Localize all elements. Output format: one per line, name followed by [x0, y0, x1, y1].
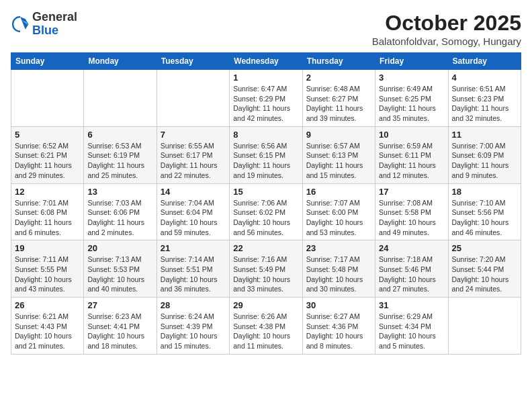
day-number: 23	[306, 243, 371, 253]
day-number: 19	[15, 243, 80, 253]
week-row-4: 19Sunrise: 7:11 AM Sunset: 5:55 PM Dayli…	[11, 240, 521, 298]
day-cell	[11, 70, 84, 127]
day-number: 1	[233, 73, 298, 83]
day-info: Sunrise: 7:13 AM Sunset: 5:53 PM Dayligh…	[87, 255, 152, 294]
day-number: 20	[87, 243, 152, 253]
day-cell: 22Sunrise: 7:16 AM Sunset: 5:49 PM Dayli…	[230, 240, 302, 298]
day-cell: 5Sunrise: 6:52 AM Sunset: 6:21 PM Daylig…	[11, 126, 84, 183]
page-header: General Blue October 2025 Balatonfoldvar…	[11, 11, 521, 47]
day-number: 26	[15, 300, 80, 310]
day-cell: 19Sunrise: 7:11 AM Sunset: 5:55 PM Dayli…	[11, 240, 84, 298]
day-number: 21	[161, 243, 226, 253]
day-number: 2	[306, 73, 371, 83]
day-info: Sunrise: 6:49 AM Sunset: 6:25 PM Dayligh…	[379, 84, 444, 124]
weekday-header-saturday: Saturday	[448, 53, 521, 70]
day-info: Sunrise: 6:56 AM Sunset: 6:15 PM Dayligh…	[233, 141, 298, 181]
day-info: Sunrise: 7:18 AM Sunset: 5:46 PM Dayligh…	[379, 255, 444, 294]
day-cell: 12Sunrise: 7:01 AM Sunset: 6:08 PM Dayli…	[11, 183, 84, 240]
day-info: Sunrise: 7:10 AM Sunset: 5:56 PM Dayligh…	[452, 198, 517, 238]
day-number: 15	[233, 187, 298, 197]
day-number: 5	[15, 130, 80, 140]
day-cell: 13Sunrise: 7:03 AM Sunset: 6:06 PM Dayli…	[84, 183, 157, 240]
day-number: 18	[452, 187, 517, 197]
day-info: Sunrise: 7:16 AM Sunset: 5:49 PM Dayligh…	[233, 255, 298, 294]
day-number: 30	[306, 300, 371, 310]
location-subtitle: Balatonfoldvar, Somogy, Hungary	[372, 36, 521, 47]
weekday-header-wednesday: Wednesday	[230, 53, 302, 70]
day-cell: 21Sunrise: 7:14 AM Sunset: 5:51 PM Dayli…	[157, 240, 229, 298]
day-info: Sunrise: 7:07 AM Sunset: 6:00 PM Dayligh…	[306, 198, 371, 238]
day-number: 27	[87, 300, 152, 310]
day-info: Sunrise: 7:04 AM Sunset: 6:04 PM Dayligh…	[161, 198, 226, 238]
title-block: October 2025 Balatonfoldvar, Somogy, Hun…	[372, 11, 521, 47]
day-cell: 24Sunrise: 7:18 AM Sunset: 5:46 PM Dayli…	[375, 240, 448, 298]
day-cell: 6Sunrise: 6:53 AM Sunset: 6:19 PM Daylig…	[84, 126, 157, 183]
week-row-5: 26Sunrise: 6:21 AM Sunset: 4:43 PM Dayli…	[11, 298, 521, 355]
day-info: Sunrise: 7:03 AM Sunset: 6:06 PM Dayligh…	[87, 198, 152, 238]
day-info: Sunrise: 7:08 AM Sunset: 5:58 PM Dayligh…	[379, 198, 444, 238]
day-info: Sunrise: 7:11 AM Sunset: 5:55 PM Dayligh…	[15, 255, 80, 294]
day-info: Sunrise: 6:24 AM Sunset: 4:39 PM Dayligh…	[161, 312, 226, 351]
day-number: 17	[379, 187, 444, 197]
day-info: Sunrise: 6:52 AM Sunset: 6:21 PM Dayligh…	[15, 141, 80, 181]
logo-icon	[11, 15, 30, 34]
weekday-header-friday: Friday	[375, 53, 448, 70]
day-number: 14	[161, 187, 226, 197]
day-number: 16	[306, 187, 371, 197]
logo-general: General	[32, 10, 77, 24]
week-row-1: 1Sunrise: 6:47 AM Sunset: 6:29 PM Daylig…	[11, 70, 521, 127]
day-info: Sunrise: 6:48 AM Sunset: 6:27 PM Dayligh…	[306, 84, 371, 124]
day-cell: 16Sunrise: 7:07 AM Sunset: 6:00 PM Dayli…	[302, 183, 375, 240]
day-cell	[448, 298, 521, 355]
week-row-3: 12Sunrise: 7:01 AM Sunset: 6:08 PM Dayli…	[11, 183, 521, 240]
calendar-table: SundayMondayTuesdayWednesdayThursdayFrid…	[11, 52, 521, 355]
day-info: Sunrise: 6:59 AM Sunset: 6:11 PM Dayligh…	[379, 141, 444, 181]
day-cell: 29Sunrise: 6:26 AM Sunset: 4:38 PM Dayli…	[230, 298, 302, 355]
day-number: 10	[379, 130, 444, 140]
week-row-2: 5Sunrise: 6:52 AM Sunset: 6:21 PM Daylig…	[11, 126, 521, 183]
day-number: 13	[87, 187, 152, 197]
day-cell: 15Sunrise: 7:06 AM Sunset: 6:02 PM Dayli…	[230, 183, 302, 240]
weekday-header-monday: Monday	[84, 53, 157, 70]
day-cell: 10Sunrise: 6:59 AM Sunset: 6:11 PM Dayli…	[375, 126, 448, 183]
day-cell: 25Sunrise: 7:20 AM Sunset: 5:44 PM Dayli…	[448, 240, 521, 298]
day-cell: 9Sunrise: 6:57 AM Sunset: 6:13 PM Daylig…	[302, 126, 375, 183]
day-info: Sunrise: 6:23 AM Sunset: 4:41 PM Dayligh…	[87, 312, 152, 351]
day-cell: 1Sunrise: 6:47 AM Sunset: 6:29 PM Daylig…	[230, 70, 302, 127]
day-info: Sunrise: 6:53 AM Sunset: 6:19 PM Dayligh…	[87, 141, 152, 181]
day-info: Sunrise: 7:06 AM Sunset: 6:02 PM Dayligh…	[233, 198, 298, 238]
day-cell: 23Sunrise: 7:17 AM Sunset: 5:48 PM Dayli…	[302, 240, 375, 298]
day-cell: 11Sunrise: 7:00 AM Sunset: 6:09 PM Dayli…	[448, 126, 521, 183]
day-number: 6	[87, 130, 152, 140]
day-cell: 30Sunrise: 6:27 AM Sunset: 4:36 PM Dayli…	[302, 298, 375, 355]
day-info: Sunrise: 6:27 AM Sunset: 4:36 PM Dayligh…	[306, 312, 371, 351]
weekday-header-row: SundayMondayTuesdayWednesdayThursdayFrid…	[11, 53, 521, 70]
day-cell: 17Sunrise: 7:08 AM Sunset: 5:58 PM Dayli…	[375, 183, 448, 240]
day-info: Sunrise: 6:57 AM Sunset: 6:13 PM Dayligh…	[306, 141, 371, 181]
day-cell: 28Sunrise: 6:24 AM Sunset: 4:39 PM Dayli…	[157, 298, 229, 355]
day-number: 9	[306, 130, 371, 140]
day-cell: 14Sunrise: 7:04 AM Sunset: 6:04 PM Dayli…	[157, 183, 229, 240]
day-cell: 8Sunrise: 6:56 AM Sunset: 6:15 PM Daylig…	[230, 126, 302, 183]
day-info: Sunrise: 6:21 AM Sunset: 4:43 PM Dayligh…	[15, 312, 80, 351]
day-cell: 27Sunrise: 6:23 AM Sunset: 4:41 PM Dayli…	[84, 298, 157, 355]
weekday-header-tuesday: Tuesday	[157, 53, 229, 70]
day-number: 31	[379, 300, 444, 310]
day-cell	[84, 70, 157, 127]
day-number: 7	[161, 130, 226, 140]
day-number: 3	[379, 73, 444, 83]
day-info: Sunrise: 7:20 AM Sunset: 5:44 PM Dayligh…	[452, 255, 517, 294]
day-info: Sunrise: 6:51 AM Sunset: 6:23 PM Dayligh…	[452, 84, 517, 124]
day-number: 11	[452, 130, 517, 140]
weekday-header-sunday: Sunday	[11, 53, 84, 70]
day-number: 28	[161, 300, 226, 310]
day-info: Sunrise: 7:00 AM Sunset: 6:09 PM Dayligh…	[452, 141, 517, 181]
day-info: Sunrise: 7:01 AM Sunset: 6:08 PM Dayligh…	[15, 198, 80, 238]
day-cell: 2Sunrise: 6:48 AM Sunset: 6:27 PM Daylig…	[302, 70, 375, 127]
day-info: Sunrise: 6:29 AM Sunset: 4:34 PM Dayligh…	[379, 312, 444, 351]
day-cell	[157, 70, 229, 127]
day-info: Sunrise: 6:26 AM Sunset: 4:38 PM Dayligh…	[233, 312, 298, 351]
day-number: 25	[452, 243, 517, 253]
day-number: 22	[233, 243, 298, 253]
weekday-header-thursday: Thursday	[302, 53, 375, 70]
